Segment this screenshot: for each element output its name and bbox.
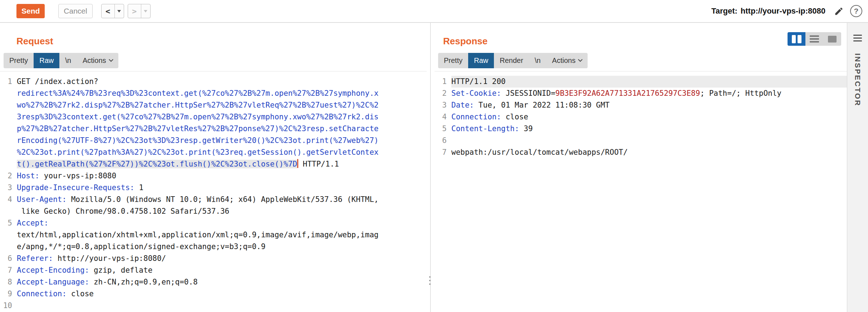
response-actions-label: Actions bbox=[552, 56, 576, 65]
line-number bbox=[0, 88, 12, 99]
response-tab-raw[interactable]: Raw bbox=[468, 53, 494, 68]
code-line: 2Set-Cookie: JSESSIONID=9B3E3F92A62A7713… bbox=[435, 88, 847, 99]
code-line: 6 bbox=[435, 135, 847, 147]
code-line: like Gecko) Chrome/98.0.4758.102 Safari/… bbox=[0, 205, 427, 217]
panel-divider[interactable] bbox=[427, 23, 435, 312]
code-text: Host: your-vps-ip:8080 bbox=[17, 170, 427, 182]
response-panel-header: Response Prett bbox=[435, 23, 847, 71]
response-panel: Response Prett bbox=[435, 23, 847, 312]
code-text: rEncoding(%27UTF-8%27)%2C%23ot%3D%23resp… bbox=[17, 135, 427, 147]
inspector-sidebar: INSPECTOR bbox=[847, 23, 868, 312]
code-text: Date: Tue, 01 Mar 2022 11:08:30 GMT bbox=[451, 99, 847, 111]
response-tab-pretty[interactable]: Pretty bbox=[438, 53, 468, 68]
line-number bbox=[0, 111, 12, 123]
line-number bbox=[0, 135, 12, 147]
chevron-down-icon bbox=[117, 10, 121, 13]
code-line: 7webpath:/usr/local/tomcat/webapps/ROOT/ bbox=[435, 147, 847, 158]
code-line: %2C%23ot.print(%27path%3A%27)%2C%23ot.pr… bbox=[0, 147, 427, 158]
code-line: p%27%2B%27atcher.HttpSer%27%2B%27vletRes… bbox=[0, 123, 427, 135]
code-line: 2Host: your-vps-ip:8080 bbox=[0, 170, 427, 182]
line-number bbox=[0, 123, 12, 135]
code-text: p%27%2B%27atcher.HttpSer%27%2B%27vletRes… bbox=[17, 123, 427, 135]
code-text: 3resp%3D%23context.get(%27co%27%2B%27m.o… bbox=[17, 111, 427, 123]
back-split-button: < bbox=[101, 4, 124, 18]
request-panel: Request Pretty Raw \n Actions 1GET /inde… bbox=[0, 23, 427, 312]
code-text: Referer: http://your-vps-ip:8080/ bbox=[17, 253, 427, 264]
response-actions-button[interactable]: Actions bbox=[546, 53, 588, 68]
code-text: like Gecko) Chrome/98.0.4758.102 Safari/… bbox=[17, 205, 427, 217]
code-text bbox=[17, 300, 427, 312]
back-dropdown-button[interactable] bbox=[114, 4, 124, 18]
code-text: Accept: bbox=[17, 217, 427, 229]
response-tab-render[interactable]: Render bbox=[494, 53, 529, 68]
code-text: Upgrade-Insecure-Requests: 1 bbox=[17, 182, 427, 194]
chevron-down-icon bbox=[144, 10, 147, 13]
line-number: 7 bbox=[435, 147, 447, 158]
code-text: Set-Cookie: JSESSIONID=9B3E3F92A62A77133… bbox=[451, 88, 847, 99]
code-text: e/apng,*/*;q=0.8,application/signed-exch… bbox=[17, 241, 427, 253]
code-line: t().getRealPath(%27%2F%27))%2C%23ot.flus… bbox=[0, 158, 427, 170]
request-actions-button[interactable]: Actions bbox=[77, 53, 118, 68]
code-line: 3Upgrade-Insecure-Requests: 1 bbox=[0, 182, 427, 194]
layout-toggle-group bbox=[788, 32, 841, 46]
edit-target-pencil-icon[interactable] bbox=[834, 6, 844, 16]
request-editor[interactable]: 1GET /index.action?redirect%3A%24%7B%23r… bbox=[0, 76, 427, 312]
code-line: 8Accept-Language: zh-CN,zh;q=0.9,en;q=0.… bbox=[0, 276, 427, 288]
code-text bbox=[451, 135, 847, 147]
line-number: 1 bbox=[0, 76, 12, 88]
back-button[interactable]: < bbox=[102, 4, 114, 18]
code-line: 5Accept: bbox=[0, 217, 427, 229]
response-title: Response bbox=[443, 36, 487, 46]
response-editor[interactable]: 1HTTP/1.1 2002Set-Cookie: JSESSIONID=9B3… bbox=[435, 76, 847, 312]
response-view-tabs: Pretty Raw Render \n Actions bbox=[438, 53, 588, 68]
code-line: redirect%3A%24%7B%23req%3D%23context.get… bbox=[0, 88, 427, 99]
line-number: 6 bbox=[435, 135, 447, 147]
columns-layout-button[interactable] bbox=[788, 32, 805, 46]
code-text: Accept-Language: zh-CN,zh;q=0.9,en;q=0.8 bbox=[17, 276, 427, 288]
line-number bbox=[0, 158, 12, 170]
target-label: Target: bbox=[711, 6, 737, 16]
single-layout-button[interactable] bbox=[823, 32, 841, 46]
cancel-button[interactable]: Cancel bbox=[58, 4, 92, 18]
line-number: 2 bbox=[435, 88, 447, 99]
forward-dropdown-button[interactable] bbox=[141, 4, 150, 18]
line-number: 6 bbox=[0, 253, 12, 264]
request-tab-newline-toggle[interactable]: \n bbox=[59, 53, 77, 68]
code-text: Connection: close bbox=[451, 111, 847, 123]
line-number: 1 bbox=[435, 76, 447, 88]
line-number bbox=[0, 99, 12, 111]
request-tab-pretty[interactable]: Pretty bbox=[4, 53, 34, 68]
line-number bbox=[0, 205, 12, 217]
line-number: 3 bbox=[0, 182, 12, 194]
request-title: Request bbox=[16, 36, 53, 46]
code-line: 1HTTP/1.1 200 bbox=[435, 76, 847, 88]
rows-layout-button[interactable] bbox=[805, 32, 823, 46]
menu-icon[interactable] bbox=[853, 33, 862, 43]
code-line: 9Connection: close bbox=[0, 288, 427, 300]
line-number: 5 bbox=[435, 123, 447, 135]
line-number: 4 bbox=[0, 194, 12, 205]
divider-drag-handle-icon[interactable] bbox=[429, 275, 431, 286]
response-tab-newline-toggle[interactable]: \n bbox=[529, 53, 546, 68]
help-icon[interactable]: ? bbox=[850, 5, 862, 17]
code-text: webpath:/usr/local/tomcat/webapps/ROOT/ bbox=[451, 147, 847, 158]
code-text: text/html,application/xhtml+xml,applicat… bbox=[17, 229, 427, 241]
code-line: 5Content-Length: 39 bbox=[435, 123, 847, 135]
code-line: 1GET /index.action? bbox=[0, 76, 427, 88]
code-text: Accept-Encoding: gzip, deflate bbox=[17, 264, 427, 276]
burp-repeater-window: Send Cancel < > Target: http://your-vps-… bbox=[0, 0, 868, 312]
columns-layout-icon bbox=[792, 35, 801, 43]
request-actions-label: Actions bbox=[83, 56, 106, 65]
code-text: wo%27%2B%27rk2.disp%27%2B%27atcher.HttpS… bbox=[17, 99, 427, 111]
code-text: Connection: close bbox=[17, 288, 427, 300]
send-button[interactable]: Send bbox=[16, 4, 45, 18]
request-panel-header: Request Pretty Raw \n Actions bbox=[0, 23, 427, 71]
code-line: 4Connection: close bbox=[435, 111, 847, 123]
forward-button[interactable]: > bbox=[128, 4, 141, 18]
code-text: GET /index.action? bbox=[17, 76, 427, 88]
line-number: 10 bbox=[0, 300, 12, 312]
request-tab-raw[interactable]: Raw bbox=[34, 53, 59, 68]
repeater-toolbar: Send Cancel < > Target: http://your-vps-… bbox=[0, 0, 868, 23]
inspector-tab[interactable]: INSPECTOR bbox=[853, 53, 862, 107]
code-line: rEncoding(%27UTF-8%27)%2C%23ot%3D%23resp… bbox=[0, 135, 427, 147]
